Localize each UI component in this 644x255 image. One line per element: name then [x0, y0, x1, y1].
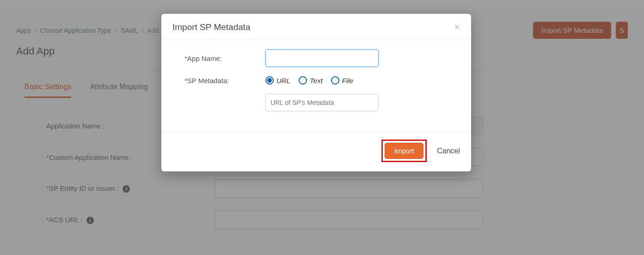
modal-title: Import SP Metadata — [172, 22, 251, 32]
sp-metadata-url-input[interactable] — [265, 94, 379, 111]
radio-icon — [299, 76, 307, 85]
modal-app-name-input[interactable] — [265, 49, 379, 67]
radio-url[interactable]: URL — [265, 76, 290, 85]
modal-app-name-label: *App Name: — [184, 55, 265, 62]
radio-text[interactable]: Text — [299, 76, 323, 85]
cancel-button[interactable]: Cancel — [437, 147, 460, 155]
sp-metadata-radio-group: URL Text File — [265, 76, 353, 85]
modal-sp-metadata-label: *SP Metadata: — [184, 77, 265, 85]
radio-icon — [265, 76, 274, 85]
radio-file[interactable]: File — [331, 76, 353, 85]
radio-icon — [331, 76, 339, 85]
import-button[interactable]: Import — [385, 143, 424, 159]
import-sp-metadata-modal: Import SP Metadata × *App Name: *SP Meta… — [161, 14, 471, 171]
close-icon[interactable]: × — [454, 22, 460, 32]
import-highlight: Import — [381, 140, 427, 162]
